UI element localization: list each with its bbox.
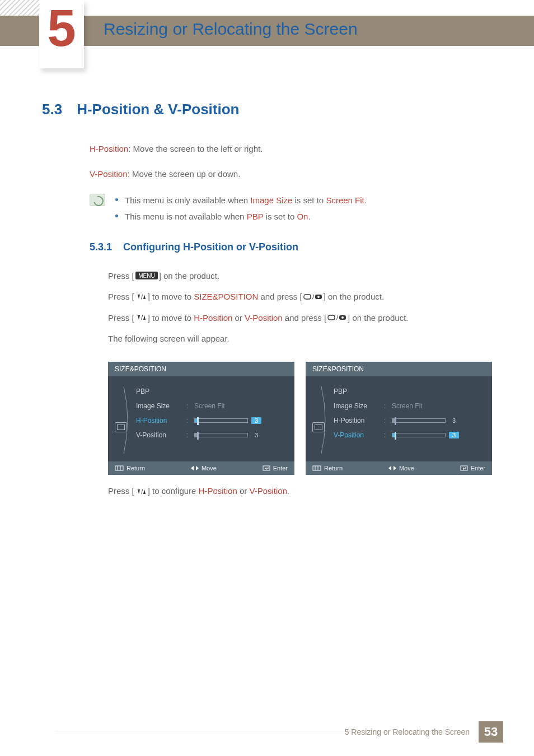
- osd-enter: Enter: [263, 465, 288, 472]
- step-text: ] to configure: [148, 486, 199, 496]
- svg-text:/: /: [141, 488, 143, 495]
- up-down-icon: /: [135, 312, 147, 325]
- v-position-text: : Move the screen up or down.: [128, 169, 241, 179]
- subsection-number: 5.3.1: [90, 241, 112, 253]
- page-number: 53: [479, 721, 503, 743]
- slider-track: [194, 433, 248, 437]
- menu-button-icon: MENU: [135, 270, 158, 283]
- bullet-icon: [115, 198, 118, 201]
- move-icon: [191, 465, 199, 471]
- step-text: Press [: [108, 292, 134, 301]
- up-down-icon: /: [135, 291, 147, 304]
- slider-knob: [395, 417, 396, 425]
- note-text: .: [308, 212, 310, 221]
- note-item: This menu is not available when PBP is s…: [115, 209, 367, 225]
- note-block: This menu is only available when Image S…: [90, 193, 492, 225]
- enter-source-icon: /: [327, 312, 346, 325]
- step-text: ] on the product.: [159, 271, 219, 281]
- note-bold: Screen Fit: [326, 195, 364, 205]
- step-bold: H-Position: [199, 486, 237, 496]
- osd-colon: :: [384, 431, 392, 439]
- svg-rect-12: [328, 315, 335, 320]
- step-bold: V-Position: [249, 486, 287, 496]
- osd-footer-text: Enter: [471, 465, 485, 472]
- slider-value: 3: [251, 432, 261, 438]
- osd-row: V-Position:3: [136, 430, 284, 440]
- subsection-title: Configuring H-Position or V-Position: [123, 241, 298, 253]
- osd-row: PBP: [334, 386, 482, 396]
- osd-row-active: V-Position:3: [334, 430, 482, 440]
- note-text: .: [364, 195, 367, 205]
- note-item: This menu is only available when Image S…: [115, 193, 367, 209]
- step-text: or: [237, 486, 250, 496]
- note-text: This menu is only available when: [125, 195, 250, 205]
- note-bold: PBP: [247, 212, 264, 221]
- note-text: is set to: [292, 195, 326, 205]
- osd-slider: 3: [194, 432, 261, 438]
- osd-colon: :: [186, 402, 194, 410]
- osd-panel-h: SIZE&POSITION PBP Image Size:Screen Fit …: [108, 362, 294, 475]
- osd-return: Return: [115, 465, 145, 472]
- chapter-title: Resizing or Relocating the Screen: [104, 20, 358, 39]
- slider-knob: [197, 417, 199, 425]
- osd-slider: 3: [392, 417, 459, 424]
- note-text: This menu is not available when: [125, 212, 247, 221]
- osd-curve-icon: [124, 386, 133, 454]
- osd-label: PBP: [136, 388, 186, 395]
- after-osd-step: Press [/] to configure H-Position or V-P…: [108, 486, 492, 497]
- step-text: Press [: [108, 486, 134, 496]
- osd-value: Screen Fit: [392, 402, 423, 410]
- section-body: H-Position: Move the screen to the left …: [90, 143, 492, 225]
- v-position-desc: V-Position: Move the screen up or down.: [90, 168, 492, 181]
- enter-source-icon: /: [303, 291, 322, 304]
- osd-footer-text: Enter: [273, 465, 288, 472]
- bullet-icon: [115, 214, 118, 217]
- svg-marker-26: [394, 466, 396, 470]
- svg-rect-5: [304, 295, 311, 299]
- note-bold: On: [297, 212, 308, 221]
- chapter-number: 5: [47, 2, 76, 54]
- up-down-icon: /: [135, 487, 147, 497]
- osd-row: H-Position:3: [334, 416, 482, 426]
- osd-footer-text: Return: [324, 465, 343, 472]
- svg-marker-2: [138, 295, 140, 299]
- svg-marker-20: [196, 466, 199, 470]
- osd-colon: :: [186, 417, 194, 424]
- subsection-heading: 5.3.1 Configuring H-Position or V-Positi…: [90, 241, 492, 253]
- slider-track: [194, 418, 248, 423]
- step-text: and press [: [283, 313, 326, 323]
- slider-value: 3: [449, 417, 459, 424]
- return-icon: [115, 465, 124, 471]
- osd-label: Image Size: [334, 402, 384, 410]
- svg-rect-22: [313, 466, 321, 470]
- osd-colon: :: [384, 417, 392, 424]
- osd-label: V-Position: [136, 431, 186, 439]
- osd-label: Image Size: [136, 402, 186, 410]
- svg-marker-25: [388, 466, 391, 470]
- osd-body: PBP Image Size:Screen Fit H-Position:3 V…: [108, 376, 294, 461]
- enter-icon: [460, 465, 468, 471]
- svg-marker-4: [143, 295, 146, 299]
- step-text: ] to move to: [148, 313, 194, 323]
- h-position-desc: H-Position: Move the screen to the left …: [90, 143, 492, 156]
- h-position-text: : Move the screen to the left or right.: [128, 144, 263, 153]
- footer-text: 5 Resizing or Relocating the Screen: [345, 727, 470, 736]
- step-item: The following screen will appear.: [108, 333, 492, 346]
- step-bold: H-Position: [194, 313, 232, 323]
- svg-marker-30: [143, 489, 146, 494]
- section-number: 5.3: [42, 101, 62, 118]
- osd-colon: :: [186, 431, 194, 439]
- osd-screenshots: SIZE&POSITION PBP Image Size:Screen Fit …: [108, 362, 492, 475]
- h-position-label: H-Position: [90, 144, 128, 153]
- osd-row: PBP: [136, 386, 284, 396]
- osd-slider: 3: [194, 417, 261, 424]
- osd-body: PBP Image Size:Screen Fit H-Position:3 V…: [306, 376, 492, 461]
- v-position-label: V-Position: [90, 169, 128, 179]
- osd-footer: Return Move Enter: [306, 461, 492, 475]
- osd-colon: :: [384, 402, 392, 410]
- step-bold: V-Position: [245, 313, 283, 323]
- osd-return: Return: [312, 465, 343, 472]
- step-text: ] on the product.: [348, 313, 408, 323]
- step-text: Press [: [108, 271, 134, 281]
- step-text: and press [: [258, 292, 302, 301]
